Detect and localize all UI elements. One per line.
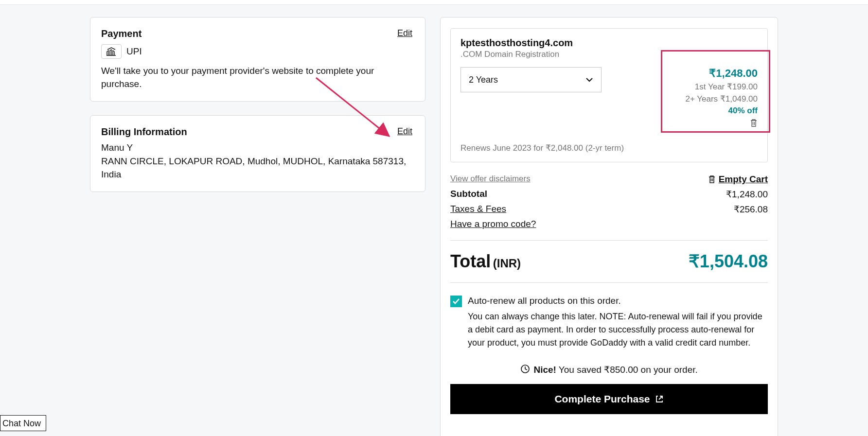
billing-edit-link[interactable]: Edit: [397, 126, 412, 137]
auto-renew-checkbox[interactable]: [450, 296, 462, 307]
term-select[interactable]: 2 Years: [461, 67, 602, 92]
nice-prefix: Nice!: [533, 365, 556, 375]
view-disclaimers-link[interactable]: View offer disclaimers: [450, 174, 531, 184]
subtotal-value: ₹1,248.00: [726, 189, 768, 200]
empty-cart-link[interactable]: Empty Cart: [708, 174, 768, 185]
external-link-icon: [655, 395, 664, 403]
trash-icon: [750, 119, 758, 127]
check-icon: [452, 297, 461, 306]
clock-icon: [520, 364, 530, 376]
cart-item: kptesthosthosting4.com .COM Domain Regis…: [450, 28, 768, 162]
empty-cart-label: Empty Cart: [719, 174, 768, 185]
term-select-value: 2 Years: [469, 75, 498, 85]
billing-address: RANN CIRCLE, LOKAPUR ROAD, Mudhol, MUDHO…: [101, 155, 412, 181]
total-currency: (INR): [493, 257, 521, 270]
chat-now-button[interactable]: Chat Now: [0, 415, 46, 431]
billing-title: Billing Information: [101, 126, 187, 138]
subtotal-label: Subtotal: [450, 189, 487, 200]
savings-message: Nice! You saved ₹850.00 on your order.: [450, 364, 768, 376]
product-name: kptesthosthosting4.com: [461, 37, 758, 49]
product-two-plus: 2+ Years ₹1,049.00: [685, 94, 758, 104]
remove-item-button[interactable]: [750, 119, 758, 129]
product-first-year: 1st Year ₹199.00: [685, 82, 758, 92]
total-label: Total: [450, 251, 491, 271]
taxes-fees-link[interactable]: Taxes & Fees: [450, 204, 506, 215]
payment-method-label: UPI: [126, 46, 142, 57]
product-price: ₹1,248.00: [685, 67, 758, 80]
complete-purchase-button[interactable]: Complete Purchase: [450, 384, 768, 414]
product-subtitle: .COM Domain Registration: [461, 50, 758, 59]
auto-renew-label: Auto-renew all products on this order.: [468, 296, 621, 306]
upi-icon: [101, 44, 122, 59]
total-amount: ₹1,504.08: [689, 251, 768, 272]
chevron-down-icon: [585, 76, 593, 84]
billing-name: Manu Y: [101, 142, 412, 153]
payment-edit-link[interactable]: Edit: [397, 28, 412, 38]
payment-description: We'll take you to your payment provider'…: [101, 65, 412, 90]
nice-text: You saved ₹850.00 on your order.: [556, 365, 698, 375]
complete-purchase-label: Complete Purchase: [554, 393, 650, 405]
product-discount: 40% off: [685, 106, 758, 116]
payment-card: Payment Edit UPI We'll take you to your …: [90, 17, 425, 102]
renewal-note: Renews June 2023 for ₹2,048.00 (2-yr ter…: [461, 143, 758, 153]
order-summary-panel: kptesthosthosting4.com .COM Domain Regis…: [440, 17, 778, 436]
payment-title: Payment: [101, 28, 142, 39]
promo-code-link[interactable]: Have a promo code?: [450, 219, 768, 229]
trash-icon: [708, 175, 716, 184]
taxes-value: ₹256.08: [734, 204, 768, 215]
billing-card: Billing Information Edit Manu Y RANN CIR…: [90, 115, 425, 192]
auto-renew-note: You can always change this later. NOTE: …: [468, 310, 768, 349]
